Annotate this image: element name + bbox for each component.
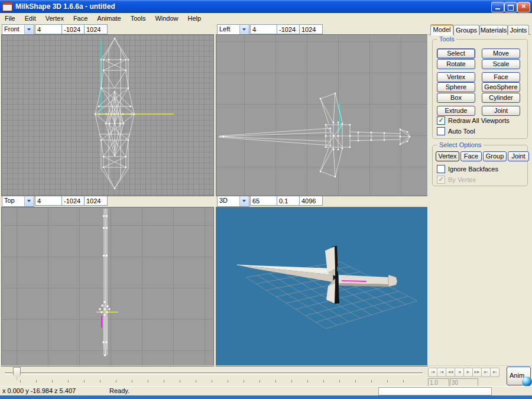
top-zoom-field[interactable] xyxy=(35,196,63,206)
tool-face-button[interactable]: Face xyxy=(482,72,520,82)
auto-tool-checkbox[interactable]: Auto Tool xyxy=(437,127,475,135)
select-option-joint-button[interactable]: Joint xyxy=(508,151,529,161)
3d-viewport-mode-select[interactable]: 3D xyxy=(217,196,249,207)
vcr-fast-forward-button[interactable]: ▶▶ xyxy=(472,368,482,377)
3d-far-field[interactable] xyxy=(299,196,323,206)
vcr-rewind-button[interactable]: ◀◀ xyxy=(446,368,455,377)
vcr-last-frame-button[interactable]: ▶| xyxy=(490,368,499,377)
redraw-all-viewports-checkbox[interactable]: ✓ Redraw All Viewports xyxy=(437,116,510,125)
tool-move-button[interactable]: Move xyxy=(482,48,520,59)
menu-animate[interactable]: Animate xyxy=(92,14,125,23)
left-min-field[interactable] xyxy=(277,24,300,34)
tool-sphere-button[interactable]: Sphere xyxy=(437,82,475,92)
top-viewport[interactable] xyxy=(1,207,214,366)
tool-vertex-button[interactable]: Vertex xyxy=(437,72,475,82)
menu-face[interactable]: Face xyxy=(69,14,92,23)
top-viewport-canvas xyxy=(2,207,213,366)
anim-button-label: Anim xyxy=(510,372,524,379)
chevron-down-icon[interactable] xyxy=(239,25,249,35)
tool-rotate-button[interactable]: Rotate xyxy=(437,59,475,69)
window-title: MilkShape 3D 1.6.6a - untitled xyxy=(15,2,115,11)
tool-select-button[interactable]: Select xyxy=(437,48,475,59)
restore-icon xyxy=(508,5,514,11)
vcr-next-keyframe-button[interactable]: ▶| xyxy=(481,368,491,377)
checkbox-label: Auto Tool xyxy=(448,128,475,135)
menu-vertex[interactable]: Vertex xyxy=(41,14,69,23)
select-option-vertex-button[interactable]: Vertex xyxy=(436,151,459,161)
status-bar: x 0.000 y -16.984 z 5.407 Ready. xyxy=(0,386,532,395)
3d-viewport-mode-value: 3D xyxy=(218,196,239,206)
status-extra-box xyxy=(378,387,492,395)
left-max-field[interactable] xyxy=(299,24,323,34)
front-viewport-canvas xyxy=(2,35,213,196)
tool-cylinder-button[interactable]: Cylinder xyxy=(482,93,520,103)
tab-model[interactable]: Model xyxy=(430,24,453,35)
vcr-first-frame-button[interactable]: |◀ xyxy=(428,368,437,377)
left-viewport-canvas xyxy=(216,35,427,196)
front-viewport[interactable] xyxy=(1,34,214,196)
top-viewport-mode-select[interactable]: Top xyxy=(2,196,34,207)
menu-window[interactable]: Window xyxy=(150,14,183,23)
tab-joints[interactable]: Joints xyxy=(508,25,529,35)
milkshape-window: { "window": { "title": "MilkShape 3D 1.6… xyxy=(0,0,532,399)
chevron-down-icon[interactable] xyxy=(239,196,249,206)
chevron-down-icon[interactable] xyxy=(24,196,34,206)
tool-scale-button[interactable]: Scale xyxy=(482,59,520,69)
tool-box-button[interactable]: Box xyxy=(437,93,475,103)
tab-groups[interactable]: Groups xyxy=(453,25,479,35)
minimize-button[interactable] xyxy=(491,2,504,12)
left-viewport-mode-value: Left xyxy=(218,25,239,35)
vcr-step-forward-button[interactable]: ▶ xyxy=(463,368,473,377)
front-zoom-field[interactable] xyxy=(35,24,63,34)
checkbox-label: Ignore Backfaces xyxy=(448,166,498,173)
vcr-prev-keyframe-button[interactable]: |◀ xyxy=(437,368,446,377)
vcr-step-back-button[interactable]: ◀ xyxy=(455,368,464,377)
menu-edit[interactable]: Edit xyxy=(20,14,41,23)
3d-fov-field[interactable] xyxy=(250,196,278,206)
checkbox-label: By Vertex xyxy=(448,176,476,183)
timeline-track[interactable] xyxy=(5,372,423,375)
restore-button[interactable] xyxy=(504,2,517,12)
timeline-ticks xyxy=(20,380,413,382)
front-viewport-mode-value: Front xyxy=(2,25,24,35)
minimize-icon xyxy=(495,8,500,9)
checkbox-label: Redraw All Viewports xyxy=(448,117,510,124)
title-bar[interactable]: MilkShape 3D 1.6.6a - untitled xyxy=(0,0,532,13)
anim-frames-field[interactable] xyxy=(450,378,478,387)
3d-near-field[interactable] xyxy=(277,196,300,206)
menu-file[interactable]: File xyxy=(0,14,20,23)
timeline-zone: |◀ |◀ ◀◀ ◀ ▶ ▶▶ ▶| ▶| xyxy=(0,365,532,387)
chevron-down-icon[interactable] xyxy=(24,25,34,35)
front-max-field[interactable] xyxy=(84,24,108,34)
by-vertex-checkbox: ✓ By Vertex xyxy=(437,176,476,184)
checkbox-check-icon xyxy=(437,127,445,135)
left-viewport[interactable] xyxy=(216,34,428,196)
tools-group-label: Tools xyxy=(437,35,456,43)
tool-geosphere-button[interactable]: GeoSphere xyxy=(482,82,520,92)
anim-toggle-button[interactable]: Anim xyxy=(507,366,531,385)
status-message: Ready. xyxy=(109,387,129,394)
window-bottom-border xyxy=(0,395,532,399)
tool-extrude-button[interactable]: Extrude xyxy=(437,106,475,116)
menu-tools[interactable]: Tools xyxy=(126,14,151,23)
close-button[interactable]: ✕ xyxy=(517,2,530,12)
tab-materials[interactable]: Materials xyxy=(479,25,508,35)
tool-joint-button[interactable]: Joint xyxy=(482,106,520,116)
menu-help[interactable]: Help xyxy=(183,14,206,23)
select-option-group-button[interactable]: Group xyxy=(483,151,507,161)
top-min-field[interactable] xyxy=(61,196,85,206)
top-viewport-mode-value: Top xyxy=(2,196,24,206)
timeline-slider-thumb[interactable] xyxy=(13,367,21,379)
app-icon xyxy=(2,2,12,11)
left-zoom-field[interactable] xyxy=(250,24,278,34)
anim-speed-field[interactable] xyxy=(428,378,449,387)
select-option-face-button[interactable]: Face xyxy=(460,151,482,161)
3d-viewport-canvas xyxy=(216,207,427,366)
ignore-backfaces-checkbox[interactable]: Ignore Backfaces xyxy=(437,165,498,173)
checkbox-check-icon: ✓ xyxy=(437,116,445,125)
3d-viewport[interactable] xyxy=(216,207,428,366)
menu-bar: File Edit Vertex Face Animate Tools Wind… xyxy=(0,13,532,24)
sphere-logo-icon xyxy=(522,377,532,387)
top-max-field[interactable] xyxy=(84,196,108,206)
front-min-field[interactable] xyxy=(61,24,85,34)
